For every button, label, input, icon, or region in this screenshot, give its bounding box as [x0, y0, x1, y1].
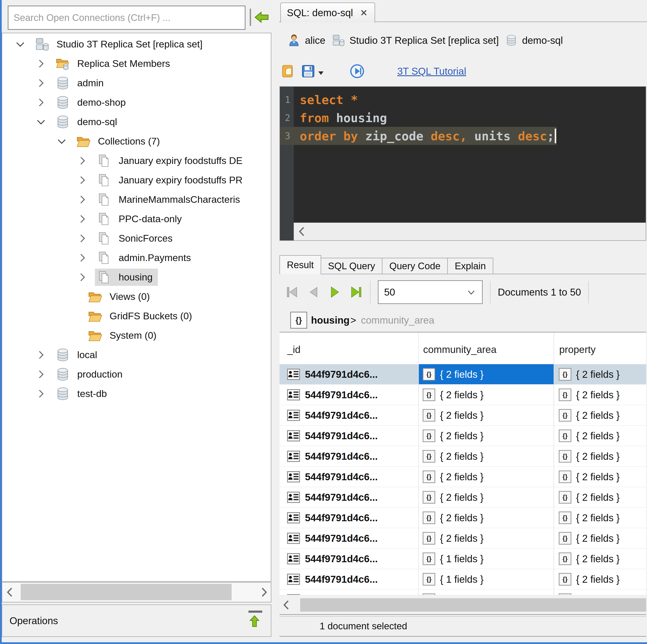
- property-cell[interactable]: {}{ 2 fields }: [555, 446, 646, 466]
- tab-explain[interactable]: Explain: [448, 258, 493, 274]
- chevron-right-icon[interactable]: [35, 58, 47, 69]
- chevron-right-icon[interactable]: [35, 78, 47, 88]
- community-area-cell[interactable]: {}{ 2 fields }: [419, 426, 554, 446]
- table-row-partial[interactable]: {}{}: [280, 590, 646, 595]
- tutorial-link[interactable]: 3T SQL Tutorial: [397, 65, 466, 77]
- search-input[interactable]: [8, 6, 245, 30]
- breadcrumb-field[interactable]: community_area: [361, 314, 434, 326]
- code-line-2[interactable]: 2from housing: [280, 109, 644, 127]
- table-row[interactable]: 544f9791d4c6...{}{ 2 fields }{}{ 2 field…: [280, 446, 646, 467]
- tree-item-admin[interactable]: admin: [2, 73, 271, 93]
- tree-item-test-db[interactable]: test-db: [2, 384, 271, 403]
- column-header-id[interactable]: _id: [287, 344, 300, 355]
- save-dropdown-icon[interactable]: [316, 68, 325, 77]
- chevron-right-icon[interactable]: [35, 369, 47, 380]
- tree-item-january-expiry-foodstuffs-de[interactable]: January expiry foodstuffs DE: [2, 151, 271, 171]
- code-line-3[interactable]: 3order by zip_code desc, units desc;: [280, 127, 557, 145]
- community-area-cell[interactable]: {}{ 2 fields }: [419, 508, 554, 528]
- chevron-right-icon[interactable]: [35, 350, 47, 360]
- run-query-button[interactable]: [349, 63, 365, 79]
- tab-result[interactable]: Result: [280, 255, 321, 274]
- page-size-select[interactable]: 50: [378, 280, 483, 304]
- property-cell[interactable]: {}{ 2 fields }: [555, 528, 646, 548]
- tree-item-views-0[interactable]: Views (0): [2, 287, 271, 306]
- operations-restore-button[interactable]: [247, 610, 263, 631]
- chevron-down-icon[interactable]: [14, 39, 26, 49]
- chevron-right-icon[interactable]: [76, 194, 88, 205]
- last-page-button[interactable]: [349, 286, 363, 299]
- property-cell[interactable]: {}{ 2 fields }: [555, 549, 646, 569]
- property-cell[interactable]: {}{ 2 fields }: [555, 405, 646, 425]
- id-cell[interactable]: 544f9791d4c6...: [280, 405, 418, 425]
- id-cell[interactable]: 544f9791d4c6...: [280, 569, 418, 589]
- tree-item-demo-sql[interactable]: demo-sql: [2, 112, 271, 132]
- chevron-right-icon[interactable]: [76, 233, 88, 244]
- scroll-left-icon[interactable]: [5, 586, 15, 598]
- table-row[interactable]: 544f9791d4c6...{}{ 1 fields }{}{ 2 field…: [280, 549, 646, 569]
- table-row[interactable]: 544f9791d4c6...{}{ 2 fields }{}{ 2 field…: [280, 467, 646, 487]
- tree-item-demo-shop[interactable]: demo-shop: [2, 93, 271, 112]
- breadcrumb-collection[interactable]: housing: [311, 314, 350, 326]
- tree-item-marinemammalscharacteris[interactable]: MarineMammalsCharacteris: [2, 190, 271, 209]
- open-query-button[interactable]: [281, 64, 295, 78]
- community-area-cell[interactable]: {}{ 2 fields }: [419, 385, 554, 405]
- tree-item-production[interactable]: production: [2, 365, 271, 384]
- property-cell[interactable]: {}{ 2 fields }: [555, 487, 646, 507]
- id-cell[interactable]: 544f9791d4c6...: [280, 467, 418, 487]
- tree-item-local[interactable]: local: [2, 345, 271, 365]
- scroll-left-icon[interactable]: [297, 226, 307, 237]
- table-row[interactable]: 544f9791d4c6...{}{ 2 fields }{}{ 2 field…: [280, 364, 646, 385]
- column-header-property[interactable]: property: [559, 344, 596, 355]
- property-cell[interactable]: {}{ 2 fields }: [555, 467, 646, 487]
- chevron-right-icon[interactable]: [76, 214, 88, 224]
- community-area-cell[interactable]: {}{ 1 fields }: [419, 569, 554, 589]
- tree-item-ppc-data-only[interactable]: PPC-data-only: [2, 209, 271, 229]
- chevron-right-icon[interactable]: [76, 175, 88, 185]
- scroll-right-icon[interactable]: [259, 586, 269, 598]
- table-row[interactable]: 544f9791d4c6...{}{ 1 fields }{}{ 2 field…: [280, 569, 646, 590]
- operations-panel-header[interactable]: Operations: [2, 604, 271, 637]
- chevron-down-icon[interactable]: [35, 117, 47, 127]
- tab-query-code[interactable]: Query Code: [382, 258, 448, 274]
- first-page-button[interactable]: [286, 286, 299, 299]
- community-area-cell[interactable]: {}{ 2 fields }: [419, 487, 554, 507]
- table-row[interactable]: 544f9791d4c6...{}{ 2 fields }{}{ 2 field…: [280, 528, 646, 549]
- chevron-right-icon[interactable]: [76, 253, 88, 263]
- tree-item-housing[interactable]: housing: [2, 267, 271, 287]
- chevron-down-icon[interactable]: [56, 136, 68, 146]
- tab-sql-query[interactable]: SQL Query: [321, 258, 382, 274]
- property-cell[interactable]: {}{ 2 fields }: [555, 385, 646, 405]
- sidebar-horizontal-scrollbar[interactable]: [2, 582, 271, 602]
- tree-item-admin-payments[interactable]: admin.Payments: [2, 248, 271, 267]
- property-cell[interactable]: {}{ 2 fields }: [555, 426, 646, 446]
- table-horizontal-scrollbar[interactable]: [280, 596, 646, 614]
- collapse-sidebar-button[interactable]: [250, 8, 272, 26]
- property-cell[interactable]: {}{ 2 fields }: [555, 569, 646, 589]
- property-cell[interactable]: {}{ 2 fields }: [555, 364, 646, 384]
- chevron-right-icon[interactable]: [76, 155, 88, 166]
- id-cell[interactable]: 544f9791d4c6...: [280, 549, 418, 569]
- table-row[interactable]: 544f9791d4c6...{}{ 2 fields }{}{ 2 field…: [280, 508, 646, 528]
- sql-editor[interactable]: 1select *2from housing3order by zip_code…: [280, 86, 646, 241]
- chevron-right-icon[interactable]: [76, 272, 88, 282]
- tree-item-january-expiry-foodstuffs-pr[interactable]: January expiry foodstuffs PR: [2, 171, 271, 190]
- column-header-community-area[interactable]: community_area: [423, 344, 496, 355]
- tab-sql-demo-sql[interactable]: SQL: demo-sql: [280, 3, 375, 22]
- close-icon[interactable]: [359, 8, 369, 17]
- property-cell[interactable]: {}{ 2 fields }: [555, 508, 646, 528]
- table-row[interactable]: 544f9791d4c6...{}{ 2 fields }{}{ 2 field…: [280, 405, 646, 426]
- tree-item-replica-set-members[interactable]: Replica Set Members: [2, 54, 271, 73]
- tree-item-system-0[interactable]: System (0): [2, 326, 271, 345]
- sidebar-scrollbar-thumb[interactable]: [21, 584, 232, 600]
- table-row[interactable]: 544f9791d4c6...{}{ 2 fields }{}{ 2 field…: [280, 385, 646, 405]
- community-area-cell[interactable]: {}: [419, 590, 554, 595]
- id-cell[interactable]: 544f9791d4c6...: [280, 487, 418, 507]
- table-scrollbar-thumb[interactable]: [300, 598, 646, 611]
- community-area-cell[interactable]: {}{ 2 fields }: [419, 467, 554, 487]
- tree-item-sonicforces[interactable]: SonicForces: [2, 229, 271, 248]
- next-page-button[interactable]: [328, 286, 342, 299]
- table-row[interactable]: 544f9791d4c6...{}{ 2 fields }{}{ 2 field…: [280, 426, 646, 446]
- community-area-cell[interactable]: {}{ 1 fields }: [419, 549, 554, 569]
- scroll-left-icon[interactable]: [282, 599, 291, 611]
- code-line-1[interactable]: 1select *: [280, 90, 644, 109]
